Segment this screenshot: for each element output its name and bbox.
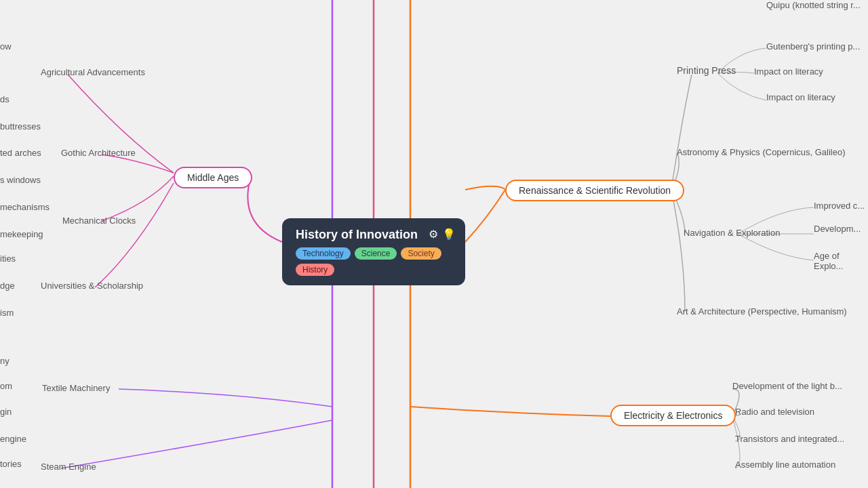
label-windows: s windows bbox=[0, 175, 41, 185]
node-middle-ages[interactable]: Middle Ages bbox=[174, 167, 252, 188]
label-gin: gin bbox=[0, 407, 12, 417]
label-ds: ds bbox=[0, 94, 9, 104]
label-ism: ism bbox=[0, 308, 14, 318]
label-art: Art & Architecture (Perspective, Humanis… bbox=[677, 306, 847, 317]
label-improved: Improved c... bbox=[814, 201, 865, 211]
label-ow: ow bbox=[0, 41, 12, 52]
label-ny: ny bbox=[0, 356, 9, 366]
label-age-exploration: Age of Explo... bbox=[814, 251, 868, 271]
tag-science[interactable]: Science bbox=[355, 247, 397, 260]
label-engine: engine bbox=[0, 434, 26, 444]
label-ted-arches: ted arches bbox=[0, 148, 41, 158]
label-dge: dge bbox=[0, 281, 15, 291]
central-node[interactable]: History of Innovation Technology Science… bbox=[282, 218, 465, 285]
label-quipu: Quipu (knotted string r... bbox=[766, 0, 861, 10]
tag-society[interactable]: Society bbox=[401, 247, 441, 260]
label-mechanisms: mechanisms bbox=[0, 202, 50, 212]
tag-technology[interactable]: Technology bbox=[296, 247, 351, 260]
label-mechanical-clocks: Mechanical Clocks bbox=[62, 216, 136, 226]
label-gothic: Gothic Architecture bbox=[61, 148, 136, 158]
label-universities: Universities & Scholarship bbox=[41, 281, 143, 291]
node-printing-press[interactable]: Printing Press bbox=[677, 65, 736, 76]
node-electricity[interactable]: Electricity & Electronics bbox=[610, 405, 736, 426]
label-assembly: Assembly line automation bbox=[735, 460, 835, 470]
label-radio: Radio and television bbox=[735, 407, 814, 417]
label-textile: Textile Machinery bbox=[42, 383, 110, 393]
idea-icon: 💡 bbox=[442, 228, 456, 241]
label-timekeeping: mekeeping bbox=[0, 229, 43, 239]
label-steam-engine: Steam Engine bbox=[41, 462, 96, 472]
settings-icon[interactable]: ⚙ bbox=[429, 228, 438, 241]
mindmap-container: History of Innovation Technology Science… bbox=[0, 0, 868, 488]
label-transistors: Transistors and integrated... bbox=[735, 434, 844, 444]
label-tories: tories bbox=[0, 459, 22, 469]
label-ities: ities bbox=[0, 253, 16, 264]
tag-history[interactable]: History bbox=[296, 264, 334, 276]
node-renaissance[interactable]: Renaissance & Scientific Revolution bbox=[505, 180, 684, 201]
label-agricultural: Agricultural Advancements bbox=[41, 67, 145, 77]
label-impact-literacy: Impact on literacy bbox=[766, 92, 835, 102]
label-buttresses: buttresses bbox=[0, 121, 41, 131]
label-navigation: Navigation & Exploration bbox=[684, 228, 780, 238]
label-om: om bbox=[0, 381, 12, 391]
label-spread-knowledge: Impact on literacy bbox=[754, 66, 823, 77]
label-gutenberg: Gutenberg's printing p... bbox=[766, 41, 860, 52]
label-lightbulb: Development of the light b... bbox=[732, 381, 842, 391]
label-development: Developm... bbox=[814, 224, 861, 234]
label-astronomy: Astronomy & Physics (Copernicus, Galileo… bbox=[677, 147, 846, 157]
central-node-tags: Technology Science Society History bbox=[296, 247, 452, 276]
